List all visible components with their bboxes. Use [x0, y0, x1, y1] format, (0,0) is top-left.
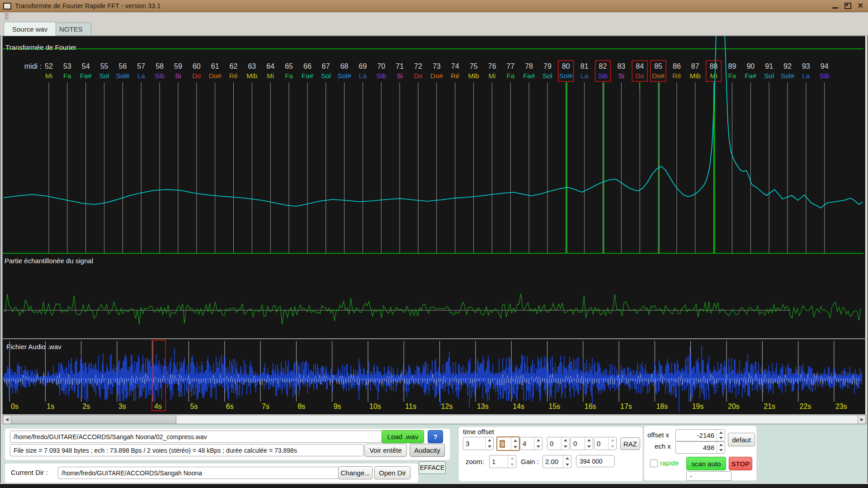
svg-text:Sib: Sib — [598, 72, 608, 80]
svg-text:1s: 1s — [47, 403, 54, 410]
scroll-left-icon[interactable]: ◀ — [3, 415, 11, 424]
raz-button[interactable]: RAZ — [620, 437, 640, 450]
svg-text:70: 70 — [377, 62, 385, 70]
svg-text:8s: 8s — [297, 403, 305, 410]
minimize-icon[interactable] — [832, 7, 838, 9]
svg-text:Sol#: Sol# — [338, 72, 352, 80]
voir-entete-button[interactable]: Voir entête — [364, 444, 407, 457]
svg-text:La: La — [137, 72, 145, 80]
svg-text:92: 92 — [783, 62, 792, 70]
svg-text:12s: 12s — [441, 403, 453, 410]
svg-text:66: 66 — [303, 62, 311, 70]
svg-text:Fa#: Fa# — [80, 72, 92, 80]
stop-button[interactable]: STOP — [729, 457, 752, 470]
svg-text:Ré: Ré — [672, 72, 681, 80]
audacity-button[interactable]: Audacity — [410, 444, 445, 457]
title-bar: Transformée de Fourier Rapide FFT - vers… — [0, 0, 868, 12]
svg-text:55: 55 — [100, 62, 108, 70]
control-area: /home/fredo/GUITARE/ACCORDS/Sangah Noona… — [1, 424, 867, 483]
ech-x-spinner[interactable]: 498 — [675, 441, 725, 454]
svg-text:5s: 5s — [190, 403, 198, 410]
svg-text:75: 75 — [470, 62, 478, 70]
svg-text:78: 78 — [525, 62, 533, 70]
scroll-right-icon[interactable]: ▶ — [858, 415, 866, 424]
open-dir-button[interactable]: Open Dir — [374, 466, 410, 479]
svg-text:81: 81 — [580, 62, 589, 70]
current-dir-input[interactable]: /home/fredo/GUITARE/ACCORDS/Sangah Noona — [58, 467, 340, 479]
svg-text:Fa#: Fa# — [302, 72, 314, 80]
scan-status-field[interactable]: - — [686, 471, 731, 481]
help-button[interactable]: ? — [428, 430, 443, 443]
counter-field[interactable]: 394 000 — [576, 455, 615, 467]
file-path-input[interactable]: /home/fredo/GUITARE/ACCORDS/Sangah Noona… — [10, 431, 383, 443]
svg-text:2s: 2s — [83, 403, 90, 410]
efface-button[interactable]: EFFACE — [419, 461, 446, 474]
svg-text:0s: 0s — [11, 403, 19, 410]
gain-label: Gain : — [521, 458, 539, 465]
svg-text:18s: 18s — [656, 403, 668, 410]
tab-source-wav[interactable]: Source wav — [4, 22, 56, 36]
grip-handle-icon[interactable] — [5, 13, 9, 20]
svg-text:Mib: Mib — [246, 72, 257, 80]
tab-notes[interactable]: NOTES — [51, 23, 91, 35]
time-offset-spinner-3[interactable]: 4 — [520, 437, 542, 450]
svg-text:82: 82 — [599, 62, 607, 70]
svg-text:57: 57 — [137, 62, 145, 70]
svg-text:Mi: Mi — [488, 72, 495, 80]
scan-auto-button[interactable]: scan auto — [686, 457, 726, 470]
svg-text:Si: Si — [396, 72, 402, 80]
svg-text:Fa: Fa — [63, 72, 71, 80]
svg-text:16s: 16s — [585, 403, 596, 410]
tab-bar: Source wav NOTES — [0, 21, 868, 35]
svg-text:61: 61 — [211, 62, 219, 70]
defaut-button[interactable]: defaut — [728, 433, 755, 446]
toolbar-strip — [0, 12, 868, 21]
audio-waveform-plot[interactable]: 0s1s2s3s4s5s6s7s8s9s10s11s12s13s14s15s16… — [3, 339, 863, 412]
svg-text:Mib: Mib — [468, 72, 479, 80]
svg-text:64: 64 — [266, 62, 274, 70]
horizontal-scrollbar: ◀ ▶ — [3, 415, 866, 424]
svg-text:90: 90 — [746, 62, 755, 70]
fft-plot[interactable]: midi :52Mi53Fa54Fa#55Sol56Sol#57La58Sib5… — [3, 36, 863, 336]
svg-text:15s: 15s — [549, 403, 561, 410]
svg-text:85: 85 — [654, 62, 662, 70]
svg-text:58: 58 — [156, 62, 164, 70]
svg-text:80: 80 — [562, 62, 570, 70]
svg-text:20s: 20s — [728, 403, 740, 410]
svg-text:88: 88 — [710, 62, 718, 70]
rapide-label: rapide — [660, 459, 679, 467]
svg-text:7s: 7s — [262, 403, 269, 410]
svg-text:Ré: Ré — [229, 72, 238, 80]
time-offset-spinner-4[interactable]: 0 — [547, 437, 570, 450]
gain-spinner[interactable]: 2.00 — [542, 455, 571, 468]
time-offset-spinner-2[interactable]: 9 — [496, 436, 520, 451]
maximize-icon[interactable] — [844, 3, 851, 9]
offset-x-spinner[interactable]: -2146 — [675, 429, 725, 441]
svg-text:Sol#: Sol# — [781, 72, 795, 80]
zoom-spinner[interactable]: 1 — [489, 455, 516, 468]
change-dir-button[interactable]: Change... — [338, 466, 373, 479]
audio-panel[interactable]: 0s1s2s3s4s5s6s7s8s9s10s11s12s13s14s15s16… — [2, 338, 866, 415]
svg-text:93: 93 — [802, 62, 810, 70]
svg-text:56: 56 — [119, 62, 127, 70]
file-info-field[interactable]: File size = 7 093 948 bytes ; ech : 73.8… — [10, 444, 363, 456]
scrollbar-thumb[interactable] — [11, 415, 176, 424]
svg-text:3s: 3s — [118, 403, 126, 410]
fft-panel[interactable]: midi :52Mi53Fa54Fa#55Sol56Sol#57La58Sib5… — [2, 35, 866, 339]
svg-text:Sib: Sib — [376, 72, 386, 80]
svg-text:Ré: Ré — [451, 72, 459, 80]
time-offset-spinner-6[interactable]: 0 — [594, 437, 617, 450]
time-offset-spinner-1[interactable]: 3 — [463, 437, 494, 450]
rapide-checkbox[interactable] — [650, 460, 658, 467]
close-icon[interactable]: ✕ — [858, 2, 863, 9]
svg-text:Fa: Fa — [506, 72, 514, 80]
svg-text:Si: Si — [618, 72, 624, 80]
svg-text:65: 65 — [285, 62, 293, 70]
svg-text:54: 54 — [82, 62, 90, 70]
svg-text:Sib: Sib — [155, 72, 165, 80]
svg-text:Sol: Sol — [99, 72, 109, 80]
load-wav-button[interactable]: Load .wav — [382, 430, 424, 443]
svg-text:71: 71 — [396, 62, 404, 70]
current-dir-label: Current Dir : — [11, 469, 48, 476]
time-offset-spinner-5[interactable]: 0 — [571, 437, 593, 450]
